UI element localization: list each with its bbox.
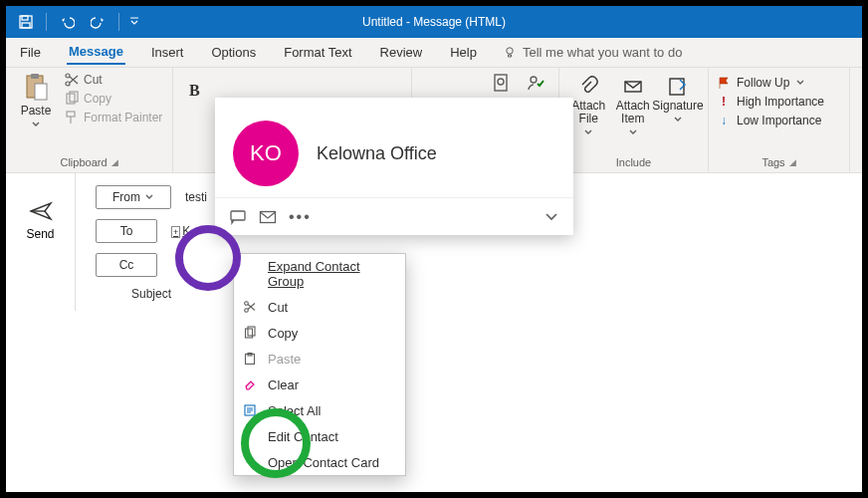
tab-review[interactable]: Review xyxy=(378,41,425,64)
down-arrow-icon: ↓ xyxy=(717,114,731,127)
subject-label: Subject xyxy=(96,287,171,301)
more-icon[interactable]: ••• xyxy=(289,208,312,226)
svg-rect-6 xyxy=(35,84,47,100)
chevron-down-icon xyxy=(583,127,593,137)
dialog-launcher-icon[interactable]: ◢ xyxy=(111,157,118,167)
tab-insert[interactable]: Insert xyxy=(149,41,186,64)
tab-options[interactable]: Options xyxy=(209,41,258,64)
attach-item-button[interactable]: Attach Item xyxy=(612,76,655,137)
svg-rect-5 xyxy=(31,74,39,79)
paste-button[interactable]: Paste xyxy=(14,72,58,129)
cut-button[interactable]: Cut xyxy=(64,72,162,88)
svg-rect-22 xyxy=(248,327,255,336)
to-button[interactable]: To xyxy=(96,219,157,243)
chevron-down-icon xyxy=(628,127,638,137)
menu-select-all[interactable]: Select All xyxy=(234,397,405,423)
cut-label: Cut xyxy=(84,73,103,87)
format-painter-icon xyxy=(64,110,80,125)
select-all-icon xyxy=(242,402,258,418)
email-icon[interactable] xyxy=(259,210,277,224)
attach-file-label: Attach File xyxy=(567,100,610,125)
tell-me-placeholder: Tell me what you want to do xyxy=(523,45,682,60)
scissors-icon xyxy=(64,72,80,88)
menu-edit-contact[interactable]: Edit Contact xyxy=(234,423,405,449)
format-painter-label: Format Painter xyxy=(84,111,162,124)
flag-icon xyxy=(717,76,731,90)
tab-message[interactable]: Message xyxy=(67,40,125,65)
menu-clear[interactable]: Clear xyxy=(234,372,405,397)
svg-rect-2 xyxy=(22,23,30,28)
group-include: Attach File Attach Item Signature Includ… xyxy=(559,68,709,172)
save-icon[interactable] xyxy=(12,8,40,36)
svg-point-13 xyxy=(498,79,504,85)
follow-up-button[interactable]: Follow Up xyxy=(717,74,805,92)
group-tags: Follow Up ! High Importance ↓ Low Import… xyxy=(709,68,850,172)
menu-paste: Paste xyxy=(234,346,405,372)
attach-file-button[interactable]: Attach File xyxy=(567,76,610,137)
menu-cut[interactable]: Cut xyxy=(234,294,405,320)
group-clipboard: Paste Cut Copy Format Painter xyxy=(6,68,173,172)
to-recipient-entry[interactable]: +K xyxy=(171,224,190,238)
svg-point-7 xyxy=(66,82,70,86)
ribbon-tabs: File Message Insert Options Format Text … xyxy=(6,38,862,68)
format-painter-button[interactable]: Format Painter xyxy=(64,110,162,125)
address-book-icon[interactable] xyxy=(489,72,511,94)
chevron-down-icon[interactable] xyxy=(543,211,559,223)
low-importance-button[interactable]: ↓ Low Importance xyxy=(717,112,821,129)
window-title: Untitled - Message (HTML) xyxy=(285,15,583,29)
exclamation-icon: ! xyxy=(717,95,731,109)
signature-label: Signature xyxy=(652,100,703,113)
menu-open-contact-card[interactable]: Open Contact Card xyxy=(234,449,405,475)
context-menu: Expand Contact Group Cut Copy Paste Clea… xyxy=(233,253,406,476)
paste-label: Paste xyxy=(21,104,52,118)
paperclip-icon xyxy=(577,76,599,98)
quick-access-toolbar xyxy=(6,8,143,36)
svg-point-8 xyxy=(66,74,70,78)
attach-item-icon xyxy=(622,76,644,98)
chat-icon[interactable] xyxy=(229,209,247,225)
avatar: KO xyxy=(233,121,299,186)
svg-point-19 xyxy=(245,309,249,313)
contact-name: Kelowna Office xyxy=(317,143,437,164)
send-button[interactable]: Send xyxy=(6,173,76,311)
paste-icon xyxy=(23,72,49,102)
tell-me-search[interactable]: Tell me what you want to do xyxy=(503,45,682,60)
cc-label: Cc xyxy=(119,258,134,272)
from-button[interactable]: From xyxy=(96,185,171,209)
svg-rect-1 xyxy=(22,16,28,20)
signature-icon xyxy=(667,76,689,98)
chevron-down-icon xyxy=(31,120,41,129)
send-icon xyxy=(29,201,53,221)
high-importance-button[interactable]: ! High Importance xyxy=(717,93,824,111)
from-label: From xyxy=(112,190,140,204)
menu-expand-contact-group[interactable]: Expand Contact Group xyxy=(234,254,405,294)
copy-icon xyxy=(242,325,258,341)
signature-button[interactable]: Signature xyxy=(656,76,700,124)
eraser-icon xyxy=(242,376,258,392)
title-bar: Untitled - Message (HTML) xyxy=(6,6,862,38)
undo-icon[interactable] xyxy=(53,8,81,36)
copy-button[interactable]: Copy xyxy=(64,91,162,107)
tab-format-text[interactable]: Format Text xyxy=(282,41,353,64)
qat-customize-icon[interactable] xyxy=(125,8,143,36)
chevron-down-icon xyxy=(795,78,805,88)
tab-file[interactable]: File xyxy=(18,41,43,64)
svg-rect-11 xyxy=(67,112,75,117)
expand-group-plus-icon[interactable]: + xyxy=(171,226,180,238)
redo-icon[interactable] xyxy=(85,8,112,36)
contact-card: KO Kelowna Office ••• xyxy=(215,98,573,235)
attach-item-label: Attach Item xyxy=(612,100,655,125)
tab-help[interactable]: Help xyxy=(448,41,479,64)
follow-up-label: Follow Up xyxy=(737,76,789,90)
paste-icon xyxy=(242,351,258,367)
svg-rect-17 xyxy=(231,211,245,220)
check-names-icon[interactable] xyxy=(525,72,546,94)
cc-button[interactable]: Cc xyxy=(96,253,157,277)
from-value: testi xyxy=(185,190,207,204)
bold-button[interactable]: B xyxy=(189,82,200,100)
dialog-launcher-icon[interactable]: ◢ xyxy=(789,157,796,167)
menu-copy[interactable]: Copy xyxy=(234,320,405,346)
svg-point-20 xyxy=(245,302,249,306)
high-importance-label: High Importance xyxy=(737,95,824,109)
svg-rect-12 xyxy=(495,75,507,91)
